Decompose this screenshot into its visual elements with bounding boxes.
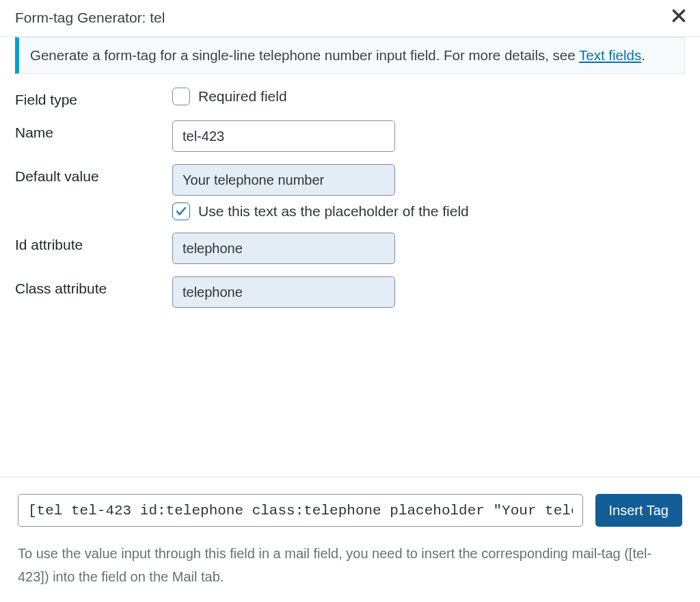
form-tag-generator-dialog: Form-tag Generator: tel Generate a form-… <box>0 0 700 602</box>
help-after: ) into the field on the Mail tab. <box>44 569 224 584</box>
dialog-footer: Insert Tag To use the value input throug… <box>0 477 700 602</box>
form-table: Field type Required field Name D <box>15 88 685 308</box>
label-class-attr: Class attribute <box>15 276 172 297</box>
dialog-body: Generate a form-tag for a single-line te… <box>0 37 700 477</box>
label-default-value: Default value <box>15 164 172 185</box>
generated-tag-output[interactable] <box>18 494 583 527</box>
label-name: Name <box>15 120 172 141</box>
label-field-type: Field type <box>15 88 172 108</box>
dialog-header: Form-tag Generator: tel <box>0 0 700 37</box>
default-value-input[interactable] <box>172 164 395 196</box>
placeholder-option[interactable]: Use this text as the placeholder of the … <box>172 202 685 220</box>
row-id-attr: Id attribute <box>15 233 685 264</box>
label-id-attr: Id attribute <box>15 233 172 253</box>
row-field-type: Field type Required field <box>15 88 685 108</box>
close-icon[interactable] <box>670 7 688 28</box>
name-input[interactable] <box>172 120 395 152</box>
tag-row: Insert Tag <box>18 494 682 527</box>
row-name: Name <box>15 120 685 152</box>
text-fields-link[interactable]: Text fields <box>579 47 641 63</box>
class-attr-input[interactable] <box>172 276 395 308</box>
footer-help-text: To use the value input through this fiel… <box>18 542 682 588</box>
placeholder-checkbox[interactable] <box>172 202 190 220</box>
row-default-value: Default value Use this text as the place… <box>15 164 685 220</box>
info-banner: Generate a form-tag for a single-line te… <box>15 37 685 74</box>
id-attr-input[interactable] <box>172 233 395 264</box>
dialog-title: Form-tag Generator: tel <box>15 9 165 26</box>
help-before: To use the value input through this fiel… <box>18 546 629 561</box>
banner-text-after: . <box>641 47 645 63</box>
required-checkbox[interactable] <box>172 88 190 105</box>
banner-text: Generate a form-tag for a single-line te… <box>30 47 579 63</box>
row-class-attr: Class attribute <box>15 276 685 308</box>
placeholder-label: Use this text as the placeholder of the … <box>198 203 469 220</box>
required-label: Required field <box>198 88 287 105</box>
insert-tag-button[interactable]: Insert Tag <box>595 494 682 527</box>
required-field-option[interactable]: Required field <box>172 88 685 105</box>
